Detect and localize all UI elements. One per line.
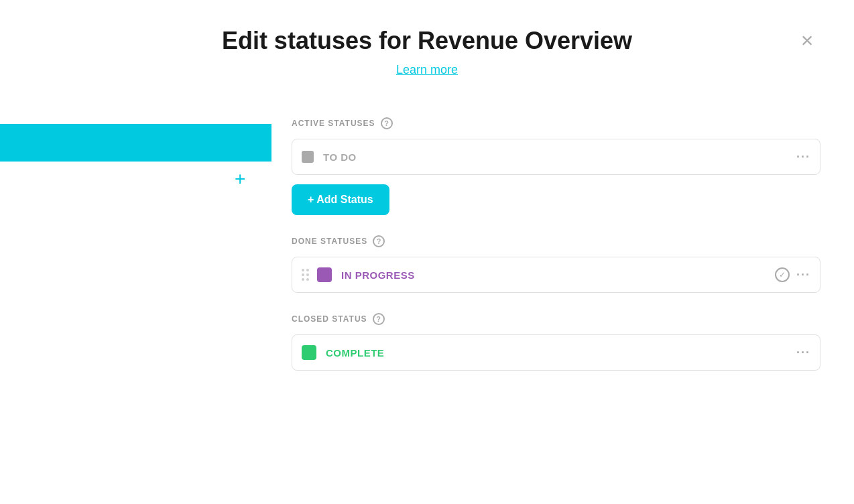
todo-color-swatch bbox=[302, 151, 314, 163]
todo-status-name: TO DO bbox=[323, 151, 796, 163]
modal-body: + ACTIVE STATUSES ? TO DO ··· bbox=[0, 117, 854, 391]
complete-color-swatch bbox=[302, 345, 316, 360]
closed-status-help-icon[interactable]: ? bbox=[373, 313, 385, 325]
inprogress-actions: ✓ ··· bbox=[775, 267, 810, 282]
modal-header: Edit statuses for Revenue Overview Learn… bbox=[0, 0, 854, 77]
inprogress-status-name: IN PROGRESS bbox=[341, 269, 775, 281]
left-panel: + bbox=[0, 117, 271, 391]
learn-more-link[interactable]: Learn more bbox=[396, 63, 458, 77]
add-status-button[interactable]: + Add Status bbox=[292, 184, 389, 215]
modal-title: Edit statuses for Revenue Overview bbox=[40, 27, 814, 55]
modal-container: Edit statuses for Revenue Overview Learn… bbox=[0, 0, 854, 504]
closed-status-header: CLOSED STATUS ? bbox=[292, 313, 820, 325]
complete-actions: ··· bbox=[796, 346, 810, 360]
active-statuses-label: ACTIVE STATUSES bbox=[292, 119, 375, 128]
complete-status-name: COMPLETE bbox=[326, 347, 796, 359]
done-statuses-header: DONE STATUSES ? bbox=[292, 235, 820, 247]
close-button[interactable]: × bbox=[794, 27, 820, 54]
inprogress-color-swatch bbox=[317, 267, 332, 282]
done-statuses-help-icon[interactable]: ? bbox=[373, 235, 385, 247]
closed-status-label: CLOSED STATUS bbox=[292, 314, 367, 324]
complete-more-options[interactable]: ··· bbox=[796, 346, 810, 360]
done-statuses-section: DONE STATUSES ? bbox=[292, 235, 820, 293]
status-row-inprogress: IN PROGRESS ✓ ··· bbox=[292, 257, 820, 293]
cyan-bar bbox=[0, 124, 271, 162]
inprogress-drag-handle[interactable] bbox=[302, 269, 309, 281]
add-group-plus-icon[interactable]: + bbox=[235, 170, 245, 188]
closed-status-section: CLOSED STATUS ? COMPLETE ··· bbox=[292, 313, 820, 371]
todo-more-options[interactable]: ··· bbox=[796, 150, 810, 164]
done-statuses-label: DONE STATUSES bbox=[292, 237, 367, 246]
status-row-todo: TO DO ··· bbox=[292, 139, 820, 175]
active-statuses-section: ACTIVE STATUSES ? TO DO ··· + Add Status bbox=[292, 117, 820, 215]
inprogress-check-icon[interactable]: ✓ bbox=[775, 267, 790, 282]
status-row-complete: COMPLETE ··· bbox=[292, 334, 820, 371]
active-statuses-header: ACTIVE STATUSES ? bbox=[292, 117, 820, 129]
right-panel: ACTIVE STATUSES ? TO DO ··· + Add Status bbox=[271, 117, 854, 391]
active-statuses-help-icon[interactable]: ? bbox=[381, 117, 393, 129]
inprogress-more-options[interactable]: ··· bbox=[796, 268, 810, 282]
todo-actions: ··· bbox=[796, 150, 810, 164]
